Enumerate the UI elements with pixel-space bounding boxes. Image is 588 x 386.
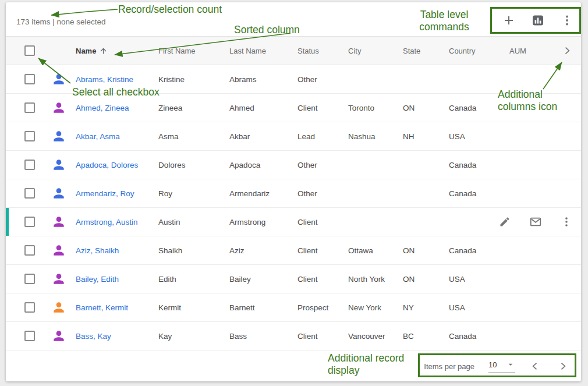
additional-columns-chevron-icon[interactable] [560, 44, 581, 58]
items-per-page-select[interactable]: 10 [488, 360, 515, 373]
chevron-left-icon [529, 360, 541, 372]
person-avatar-icon [51, 271, 66, 286]
cell-status: Lead [297, 132, 348, 141]
column-header-city[interactable]: City [348, 47, 403, 55]
contact-name-link[interactable]: Barnett, Kermit [76, 303, 158, 312]
cell-status: Client [297, 332, 348, 341]
mail-icon[interactable] [529, 215, 543, 229]
person-avatar-icon [51, 243, 66, 258]
cell-last-name: Armendariz [229, 189, 297, 198]
row-checkbox[interactable] [24, 74, 35, 84]
contact-name-link[interactable]: Abrams, Kristine [76, 75, 158, 84]
cell-first-name: Austin [158, 218, 229, 226]
row-checkbox[interactable] [24, 217, 35, 227]
cell-status: Client [297, 275, 348, 284]
table-header-row: Name First Name Last Name Status City St… [6, 36, 581, 65]
cell-last-name: Barnett [229, 303, 297, 312]
table-row[interactable]: Bailey, Edith Edith Bailey Client North … [6, 265, 581, 293]
annotation-table-commands: Table level commands [418, 9, 470, 33]
contact-name-link[interactable]: Akbar, Asma [76, 132, 158, 141]
row-checkbox[interactable] [24, 188, 35, 199]
table-row[interactable]: Akbar, Asma Asma Akbar Lead Nashua NH US… [6, 122, 581, 151]
cell-country: Canada [449, 161, 509, 169]
cell-first-name: Zineea [158, 104, 229, 112]
pagination-controls: Items per page 10 [424, 359, 570, 373]
column-header-country[interactable]: Country [449, 47, 509, 55]
contact-name-link[interactable]: Armendariz, Roy [76, 189, 158, 198]
cell-status: Other [297, 75, 348, 84]
table-row-selected[interactable]: Armstrong, Austin Austin Armstrong Clien… [6, 208, 581, 236]
cell-status: Client [297, 246, 348, 255]
person-avatar-icon [51, 300, 66, 315]
table-body: Abrams, Kristine Kristine Abrams Other A… [6, 65, 581, 350]
table-row[interactable]: Armendariz, Roy Roy Armendariz Other Can… [6, 179, 581, 208]
column-header-state[interactable]: State [403, 47, 449, 55]
column-header-aum[interactable]: AUM [509, 47, 560, 55]
table-row[interactable]: Barnett, Kermit Kermit Barnett Prospect … [6, 293, 581, 322]
cell-city: North York [348, 275, 403, 284]
cell-country: USA [449, 132, 509, 141]
next-page-button[interactable] [556, 359, 570, 373]
add-icon[interactable] [502, 13, 516, 27]
cell-status: Other [297, 161, 348, 169]
cell-country: Canada [449, 246, 509, 255]
select-all-checkbox[interactable] [24, 45, 35, 56]
cell-first-name: Asma [158, 132, 229, 141]
edit-icon[interactable] [498, 215, 512, 229]
row-actions [494, 208, 573, 236]
cell-city: Toronto [348, 104, 403, 112]
person-avatar-icon [51, 129, 66, 144]
cell-last-name: Armstrong [229, 218, 297, 226]
cell-city: Vancouver [348, 332, 403, 341]
items-per-page-label: Items per page [424, 362, 474, 371]
contact-name-link[interactable]: Armstrong, Austin [76, 218, 158, 226]
table-row[interactable]: Apadoca, Dolores Dolores Apadoca Other C… [6, 151, 581, 179]
person-avatar-icon [51, 186, 66, 201]
cell-last-name: Apadoca [229, 161, 297, 169]
annotation-additional-record: Additional record display [328, 352, 418, 377]
more-vert-icon[interactable] [560, 13, 574, 27]
row-checkbox[interactable] [24, 274, 35, 284]
previous-page-button[interactable] [528, 359, 542, 373]
column-header-last-name[interactable]: Last Name [229, 47, 297, 55]
row-checkbox[interactable] [24, 331, 35, 341]
row-checkbox[interactable] [24, 160, 35, 170]
column-header-status[interactable]: Status [297, 47, 348, 55]
annotation-additional-columns: Additional columns icon [498, 88, 566, 113]
contact-name-link[interactable]: Ahmed, Zineea [76, 104, 158, 112]
person-avatar-icon [51, 72, 66, 87]
cell-state: ON [403, 246, 449, 255]
row-checkbox[interactable] [24, 131, 35, 141]
bar-chart-icon[interactable] [531, 13, 545, 27]
row-checkbox[interactable] [24, 102, 35, 113]
table-footer: Items per page 10 [6, 351, 581, 381]
contact-name-link[interactable]: Bailey, Edith [76, 275, 158, 284]
row-checkbox[interactable] [24, 302, 35, 313]
cell-first-name: Shaikh [158, 246, 229, 255]
cell-state: NH [403, 132, 449, 141]
contact-name-link[interactable]: Bass, Kay [76, 332, 158, 341]
cell-first-name: Kristine [158, 75, 229, 84]
table-row[interactable]: Aziz, Shaikh Shaikh Aziz Client Ottawa O… [6, 236, 581, 265]
table-row[interactable]: Bass, Kay Kay Bass Client Vancouver BC C… [6, 322, 581, 350]
cell-country: Canada [449, 189, 509, 198]
cell-city: New York [348, 303, 403, 312]
cell-country: USA [449, 303, 509, 312]
row-checkbox[interactable] [24, 245, 35, 256]
more-vert-icon[interactable] [559, 215, 573, 229]
record-selection-count: 173 items | none selected [16, 17, 106, 26]
table-level-commands [502, 13, 574, 27]
caret-down-icon [506, 360, 515, 369]
contact-table-card: 173 items | none selected [6, 2, 581, 381]
cell-last-name: Bailey [229, 275, 297, 284]
cell-first-name: Dolores [158, 161, 229, 169]
cell-status: Prospect [297, 303, 348, 312]
contact-name-link[interactable]: Aziz, Shaikh [76, 246, 158, 255]
cell-state: ON [403, 104, 449, 112]
cell-city: Nashua [348, 132, 403, 141]
column-header-name[interactable]: Name [76, 47, 158, 55]
contact-name-link[interactable]: Apadoca, Dolores [76, 161, 158, 169]
cell-status: Other [297, 189, 348, 198]
cell-first-name: Roy [158, 189, 229, 198]
column-header-first-name[interactable]: First Name [158, 47, 229, 55]
